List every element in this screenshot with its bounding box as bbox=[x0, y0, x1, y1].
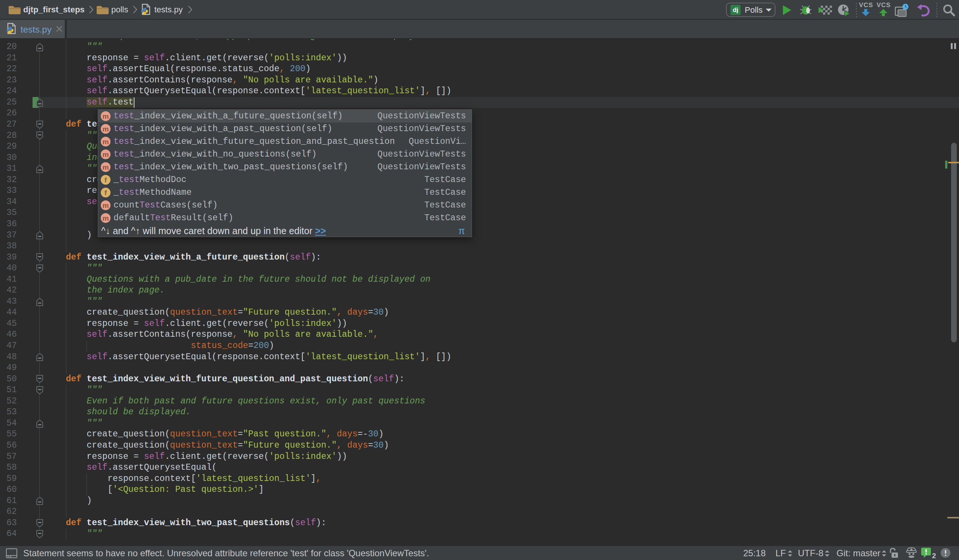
svg-text:2: 2 bbox=[932, 552, 936, 559]
